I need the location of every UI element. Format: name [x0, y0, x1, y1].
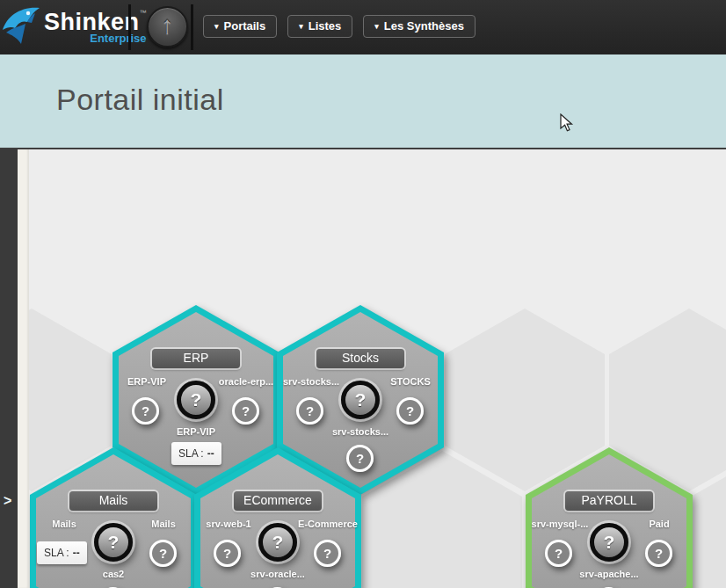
element-label: STOCKS	[390, 376, 431, 387]
hexagon-ecommerce[interactable]: ECommerce srv-web-1 E-Commerce ? ? ? srv…	[194, 447, 361, 588]
hex-title: Stocks	[316, 349, 404, 368]
up-arrow-icon: ↑	[162, 13, 174, 38]
element-label: srv-web-1	[206, 519, 250, 529]
chevron-down-icon: ▾	[374, 22, 379, 31]
element-label: srv-stocks...	[332, 426, 388, 437]
element-label: srv-stocks...	[283, 376, 339, 387]
menu-listes[interactable]: ▾ Listes	[287, 15, 352, 38]
menu-les-syntheses[interactable]: ▾ Les Synthèses	[363, 15, 476, 38]
logo-trademark: ™	[140, 9, 147, 17]
status-badge-unknown[interactable]: ?	[94, 523, 133, 562]
topbar-separator	[128, 4, 131, 50]
menu-portails[interactable]: ▾ Portails	[203, 15, 277, 38]
status-badge-unknown[interactable]: ?	[545, 540, 572, 567]
menu-label: Les Synthèses	[384, 19, 464, 33]
hex-title: ECommerce	[234, 491, 322, 511]
hexagon-mails[interactable]: Mails Mails Mails ? SLA :-- ? cas2 ?	[30, 447, 197, 588]
status-badge-unknown[interactable]: ?	[645, 540, 672, 567]
page-title: Portail initial	[56, 83, 224, 117]
shinken-logo[interactable]: Shinken™ Enterprise	[2, 4, 147, 49]
status-badge-unknown[interactable]: ?	[396, 397, 424, 425]
sidebar-rail: >	[0, 149, 18, 588]
menu-label: Listes	[309, 19, 342, 33]
status-badge-unknown[interactable]: ?	[590, 523, 628, 562]
scroll-top-button[interactable]: ↑	[147, 6, 188, 47]
status-badge-unknown[interactable]: ?	[296, 397, 323, 425]
chevron-down-icon: ▾	[214, 22, 219, 31]
status-badge-unknown[interactable]: ?	[258, 523, 297, 562]
hex-title: PaYROLL	[565, 491, 653, 511]
element-label: ERP-VIP	[127, 376, 166, 387]
shinken-fish-icon	[2, 4, 42, 49]
main-menu: ▾ Portails ▾ Listes ▾ Les Synthèses	[203, 15, 476, 38]
element-label: srv-mysql-...	[532, 519, 589, 529]
status-badge-unknown[interactable]: ?	[177, 381, 215, 419]
sla-badge: SLA :--	[37, 541, 87, 564]
element-label: Mails	[52, 519, 76, 529]
hex-map-canvas: ERP ERP-VIP oracle-erp... ? ? ? ERP-VIP …	[0, 149, 726, 588]
hex-title: Mails	[69, 491, 157, 511]
element-label: srv-apache...	[579, 569, 638, 579]
element-label: E-Commerce	[298, 519, 358, 529]
sidebar-expand-icon[interactable]: >	[4, 494, 11, 508]
element-label: oracle-erp...	[219, 376, 273, 387]
element-label: srv-oracle...	[250, 569, 305, 579]
status-badge-unknown[interactable]: ?	[132, 397, 159, 425]
status-badge-unknown[interactable]: ?	[214, 540, 241, 567]
element-label: Mails	[151, 519, 176, 529]
element-label: cas2	[103, 569, 124, 579]
topbar-separator	[191, 4, 193, 50]
status-badge-unknown[interactable]: ?	[149, 540, 177, 567]
hex-title: ERP	[152, 349, 240, 368]
chevron-down-icon: ▾	[299, 22, 303, 31]
element-label: ERP-VIP	[177, 426, 215, 437]
status-badge-unknown[interactable]: ?	[232, 397, 259, 425]
top-bar: Shinken™ Enterprise ↑ ▾ Portails ▾ Liste…	[0, 0, 726, 54]
sidebar-strip	[18, 149, 29, 588]
menu-label: Portails	[224, 19, 266, 33]
hexagon-payroll[interactable]: PaYROLL srv-mysql-... Paid ? ? ? srv-apa…	[526, 447, 693, 588]
status-badge-unknown[interactable]: ?	[314, 540, 341, 567]
status-badge-unknown[interactable]: ?	[341, 381, 380, 419]
element-label: Paid	[649, 519, 669, 529]
page-header: Portail initial	[0, 54, 726, 149]
